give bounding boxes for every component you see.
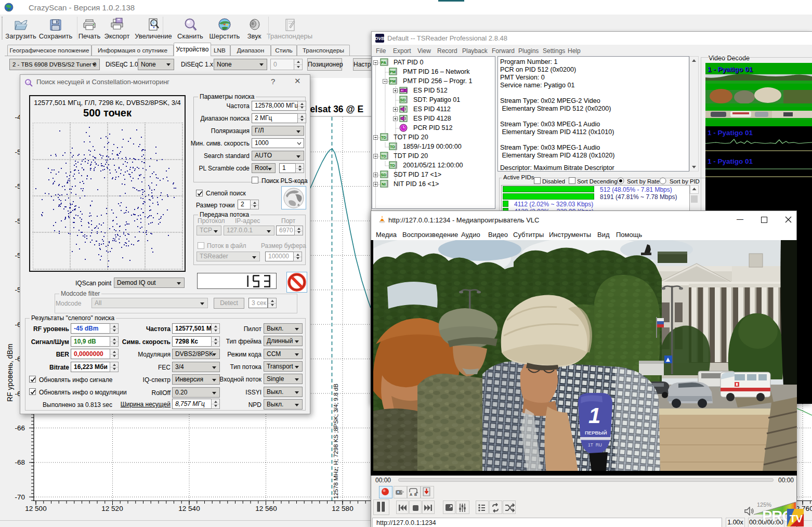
svg-text:TV: TV (790, 513, 803, 524)
svg-text:12 540: 12 540 (178, 505, 200, 512)
svg-text:12 500: 12 500 (25, 505, 46, 512)
svg-text:B: B (414, 493, 417, 496)
svg-text:-70: -70 (15, 493, 25, 501)
svg-text:DVB: DVB (375, 36, 384, 41)
svg-text:A: A (410, 493, 412, 496)
svg-text:12 520: 12 520 (101, 505, 123, 512)
svg-text:12 580: 12 580 (332, 505, 353, 512)
svg-text:12 560: 12 560 (255, 505, 277, 512)
svg-text:1: 1 (588, 403, 600, 428)
svg-text:-66: -66 (15, 424, 25, 432)
svg-text:ПЕРВЫЙ: ПЕРВЫЙ (585, 430, 607, 436)
svg-text:12578 MHz; H; 7298 KS ;8PSK; 3: 12578 MHz; H; 7298 KS ;8PSK; 3/4; 9.8 dB (333, 384, 339, 499)
svg-text:1T RU: 1T RU (588, 442, 602, 447)
svg-text:-68: -68 (15, 458, 25, 466)
